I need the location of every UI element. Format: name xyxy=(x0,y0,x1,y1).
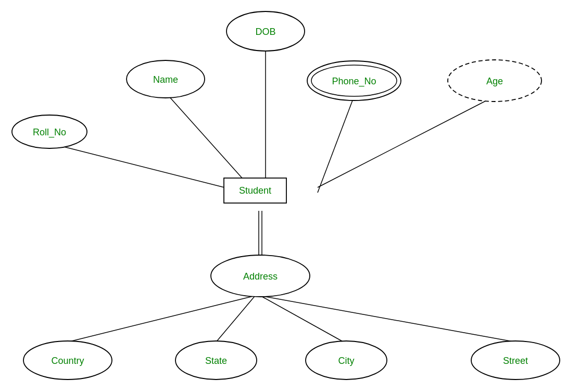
age-label: Age xyxy=(486,76,503,86)
student-label: Student xyxy=(239,185,271,196)
phone-no-label: Phone_No xyxy=(332,76,376,87)
country-label: Country xyxy=(51,356,84,366)
svg-line-9 xyxy=(216,296,255,342)
svg-line-10 xyxy=(260,296,344,342)
roll-no-label: Roll_No xyxy=(33,127,66,138)
er-diagram: Student DOB Name Phone_No Age Roll_No Ad… xyxy=(0,0,579,392)
street-label: Street xyxy=(503,356,528,366)
state-label: State xyxy=(205,356,227,366)
name-label: Name xyxy=(153,74,178,85)
city-label: City xyxy=(338,356,355,366)
dob-label: DOB xyxy=(255,27,275,37)
address-label: Address xyxy=(243,271,278,282)
svg-line-11 xyxy=(260,296,515,342)
svg-line-8 xyxy=(68,296,255,342)
svg-line-4 xyxy=(318,96,495,187)
